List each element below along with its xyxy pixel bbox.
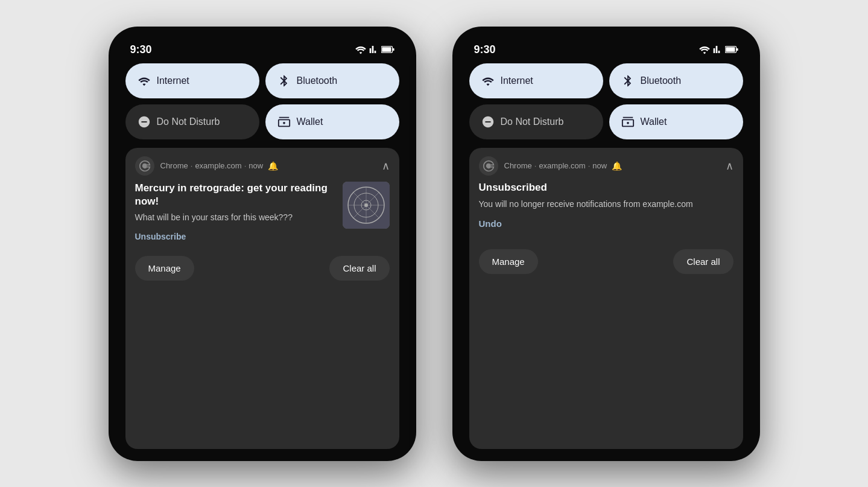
phone-2: 9:30	[452, 27, 760, 461]
wifi-status-icon-2	[699, 45, 711, 54]
bluetooth-tile-1[interactable]: Bluetooth	[265, 63, 399, 98]
status-icons-2	[699, 45, 738, 54]
dnd-icon-2	[481, 115, 495, 129]
status-icons-1	[355, 45, 394, 54]
status-time-2: 9:30	[474, 43, 496, 56]
wifi-icon	[138, 74, 151, 88]
quick-settings-2: Internet Bluetooth Do Not Disturb	[464, 63, 748, 139]
chrome-app-icon-2	[479, 156, 498, 176]
astro-image-svg	[343, 182, 390, 229]
notification-panel-2: Chrome · example.com · now 🔔 ∧ Unsubscri…	[469, 148, 743, 449]
phone-1: 9:30	[109, 27, 416, 461]
signal-status-icon	[369, 45, 379, 54]
wifi-status-icon	[355, 45, 367, 54]
status-bar-1: 9:30	[121, 39, 404, 63]
wallet-tile-2[interactable]: Wallet	[609, 104, 743, 139]
notification-body-1: Mercury in retrograde: get your reading …	[125, 182, 399, 248]
chrome-svg-2	[483, 160, 495, 172]
notification-source-1: example.com	[195, 161, 241, 170]
wallet-tile-1[interactable]: Wallet	[265, 104, 399, 139]
bluetooth-tile-2[interactable]: Bluetooth	[609, 63, 743, 98]
bottom-buttons-2: Manage Clear all	[469, 241, 743, 282]
notification-time-2: now	[592, 161, 607, 170]
chrome-app-icon-1	[135, 156, 154, 176]
dnd-tile-2[interactable]: Do Not Disturb	[469, 104, 603, 139]
notification-app-1: Chrome	[160, 161, 188, 170]
notification-title-1: Mercury in retrograde: get your reading …	[135, 182, 337, 208]
wallet-icon-2	[621, 115, 635, 129]
clear-all-button-2[interactable]: Clear all	[673, 249, 733, 274]
collapse-icon-2[interactable]: ∧	[726, 159, 733, 173]
notification-meta-1: Chrome · example.com · now 🔔	[160, 161, 376, 171]
notification-meta-2: Chrome · example.com · now 🔔	[504, 161, 720, 171]
manage-button-1[interactable]: Manage	[135, 256, 194, 281]
manage-button-2[interactable]: Manage	[479, 249, 538, 274]
svg-rect-2	[393, 48, 394, 51]
notification-header-2: Chrome · example.com · now 🔔 ∧	[469, 148, 743, 182]
chrome-svg-1	[139, 160, 151, 172]
battery-status-icon-2	[725, 45, 738, 54]
collapse-icon-1[interactable]: ∧	[382, 159, 390, 173]
notification-panel-1: Chrome · example.com · now 🔔 ∧ Mercury i…	[125, 148, 399, 449]
notification-app-2: Chrome	[504, 161, 532, 170]
battery-status-icon	[381, 45, 394, 54]
internet-label-2: Internet	[501, 75, 533, 86]
wallet-label-2: Wallet	[641, 116, 667, 127]
notification-image-1	[343, 182, 390, 229]
wifi-icon-2	[481, 74, 495, 88]
notification-action-1[interactable]: Unsubscribe	[135, 229, 337, 241]
bottom-buttons-1: Manage Clear all	[125, 247, 399, 289]
svg-rect-15	[737, 48, 738, 51]
status-bar-2: 9:30	[464, 39, 748, 63]
dnd-label-2: Do Not Disturb	[501, 116, 564, 127]
dnd-label-1: Do Not Disturb	[157, 116, 220, 127]
bluetooth-label-2: Bluetooth	[641, 75, 682, 86]
quick-settings-1: Internet Bluetooth Do Not Disturb	[121, 63, 404, 139]
notification-body-2: Unsubscribed You will no longer receive …	[469, 182, 743, 241]
clear-all-button-1[interactable]: Clear all	[329, 256, 389, 281]
svg-rect-14	[726, 47, 735, 52]
dnd-tile-1[interactable]: Do Not Disturb	[125, 104, 259, 139]
internet-tile-2[interactable]: Internet	[469, 63, 603, 98]
notification-text-2: You will no longer receive notifications…	[479, 199, 733, 211]
notification-time-1: now	[249, 161, 263, 170]
status-time-1: 9:30	[130, 43, 152, 56]
undo-action-2[interactable]: Undo	[479, 218, 733, 229]
svg-rect-1	[382, 47, 391, 52]
notification-title-2: Unsubscribed	[479, 182, 733, 194]
bluetooth-icon-2	[621, 74, 635, 88]
notification-header-1: Chrome · example.com · now 🔔 ∧	[125, 148, 399, 182]
notification-text-1: What will be in your stars for this week…	[135, 212, 337, 224]
internet-tile-1[interactable]: Internet	[125, 63, 259, 98]
svg-point-12	[364, 203, 368, 207]
signal-status-icon-2	[713, 45, 723, 54]
dnd-icon	[138, 115, 151, 129]
internet-label-1: Internet	[157, 75, 189, 86]
wallet-icon	[277, 115, 291, 129]
notification-text-area-1: Mercury in retrograde: get your reading …	[135, 182, 337, 242]
notification-source-2: example.com	[539, 161, 585, 170]
wallet-label-1: Wallet	[297, 116, 323, 127]
bluetooth-label-1: Bluetooth	[297, 75, 338, 86]
bluetooth-icon	[277, 74, 291, 88]
